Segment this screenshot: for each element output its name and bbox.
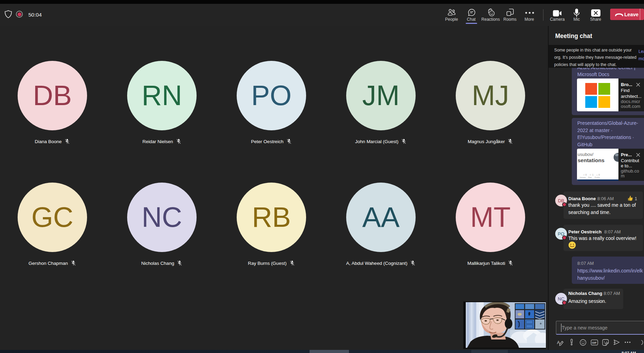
svg-text:GIF: GIF	[592, 341, 596, 344]
